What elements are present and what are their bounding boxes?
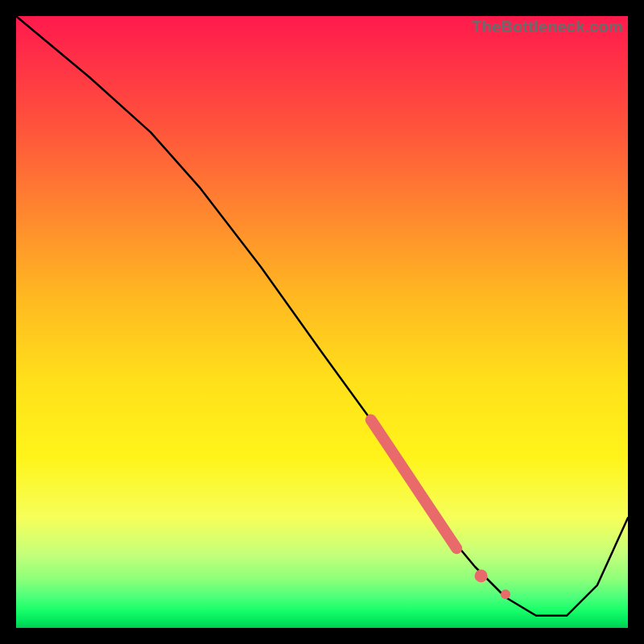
bottleneck-curve-svg bbox=[16, 16, 628, 628]
bottleneck-curve-path bbox=[16, 16, 628, 616]
highlight-marker-dot bbox=[501, 589, 510, 599]
highlight-segment-stroke bbox=[371, 420, 456, 549]
plot-area: TheBottleneck.com bbox=[16, 16, 628, 628]
watermark-text: TheBottleneck.com bbox=[472, 18, 623, 36]
chart-frame: TheBottleneck.com bbox=[0, 0, 644, 644]
highlight-marker-dot bbox=[475, 569, 488, 582]
